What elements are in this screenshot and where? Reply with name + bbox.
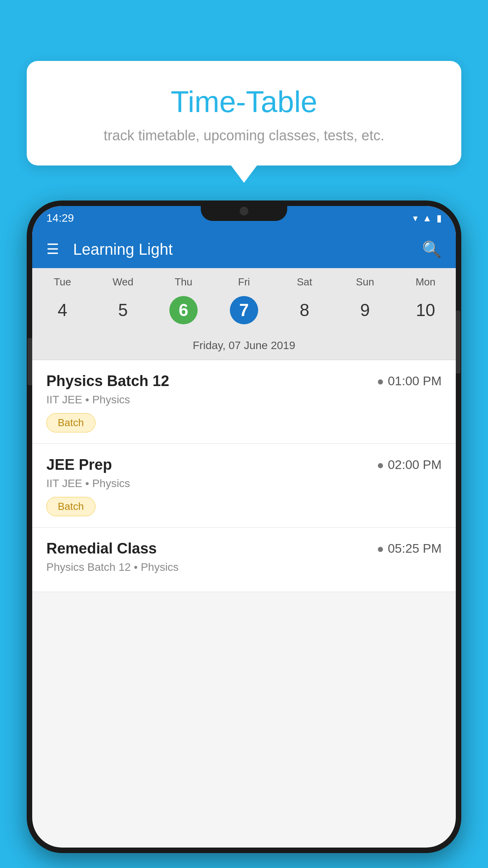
phone-screen: 14:29 ▾ ▲ ▮ ☰ Learning Light 🔍 Tue Wed T… bbox=[32, 206, 456, 848]
batch-badge-1: Batch bbox=[46, 413, 95, 432]
wifi-icon: ▾ bbox=[413, 213, 418, 224]
app-bar: ☰ Learning Light 🔍 bbox=[32, 230, 456, 268]
selected-date-label: Friday, 07 June 2019 bbox=[32, 334, 456, 360]
item-time-2: ● 02:00 PM bbox=[377, 458, 442, 472]
tooltip-card: Time-Table track timetable, upcoming cla… bbox=[27, 61, 461, 166]
item-header-2: JEE Prep ● 02:00 PM bbox=[46, 456, 442, 473]
day-header-mon: Mon bbox=[395, 268, 456, 292]
schedule-list: Physics Batch 12 ● 01:00 PM IIT JEE • Ph… bbox=[32, 360, 456, 592]
tooltip-subtitle: track timetable, upcoming classes, tests… bbox=[46, 127, 442, 144]
front-camera bbox=[240, 207, 248, 215]
item-time-3: ● 05:25 PM bbox=[377, 541, 442, 556]
day-headers: Tue Wed Thu Fri Sat Sun Mon bbox=[32, 268, 456, 292]
schedule-item-3[interactable]: Remedial Class ● 05:25 PM Physics Batch … bbox=[32, 528, 456, 592]
item-name-3: Remedial Class bbox=[46, 540, 157, 557]
batch-badge-2: Batch bbox=[46, 497, 95, 516]
clock-icon-3: ● bbox=[377, 542, 384, 555]
clock-icon-1: ● bbox=[377, 375, 384, 388]
power-button bbox=[456, 311, 460, 373]
item-detail-1: IIT JEE • Physics bbox=[46, 394, 442, 406]
day-6-today[interactable]: 6 bbox=[153, 292, 214, 334]
volume-button bbox=[28, 338, 32, 385]
hamburger-icon[interactable]: ☰ bbox=[46, 242, 59, 256]
phone-notch bbox=[201, 200, 287, 221]
battery-icon: ▮ bbox=[437, 213, 442, 224]
search-icon[interactable]: 🔍 bbox=[422, 240, 442, 259]
item-header-3: Remedial Class ● 05:25 PM bbox=[46, 540, 442, 557]
signal-icon: ▲ bbox=[422, 213, 432, 224]
status-time: 14:29 bbox=[46, 212, 74, 224]
day-9[interactable]: 9 bbox=[335, 296, 395, 329]
day-8[interactable]: 8 bbox=[274, 296, 335, 329]
day-header-thu: Thu bbox=[153, 268, 214, 292]
day-7-selected[interactable]: 7 bbox=[214, 292, 274, 334]
status-icons: ▾ ▲ ▮ bbox=[413, 213, 442, 224]
item-detail-2: IIT JEE • Physics bbox=[46, 477, 442, 490]
day-header-sat: Sat bbox=[274, 268, 335, 292]
day-numbers: 4 5 6 7 8 9 10 bbox=[32, 292, 456, 334]
item-detail-3: Physics Batch 12 • Physics bbox=[46, 561, 442, 574]
item-name-1: Physics Batch 12 bbox=[46, 373, 169, 390]
schedule-item-2[interactable]: JEE Prep ● 02:00 PM IIT JEE • Physics Ba… bbox=[32, 444, 456, 528]
phone-frame: 14:29 ▾ ▲ ▮ ☰ Learning Light 🔍 Tue Wed T… bbox=[27, 200, 461, 853]
day-4[interactable]: 4 bbox=[32, 296, 93, 329]
day-5[interactable]: 5 bbox=[93, 296, 153, 329]
clock-icon-2: ● bbox=[377, 458, 384, 472]
day-header-tue: Tue bbox=[32, 268, 93, 292]
calendar-strip: Tue Wed Thu Fri Sat Sun Mon 4 5 6 7 8 9 … bbox=[32, 268, 456, 360]
day-header-sun: Sun bbox=[335, 268, 395, 292]
schedule-item-1[interactable]: Physics Batch 12 ● 01:00 PM IIT JEE • Ph… bbox=[32, 360, 456, 444]
day-header-wed: Wed bbox=[93, 268, 153, 292]
item-header-1: Physics Batch 12 ● 01:00 PM bbox=[46, 373, 442, 390]
item-name-2: JEE Prep bbox=[46, 456, 112, 473]
app-title: Learning Light bbox=[73, 241, 408, 258]
item-time-1: ● 01:00 PM bbox=[377, 374, 442, 388]
tooltip-title: Time-Table bbox=[46, 85, 442, 119]
day-header-fri: Fri bbox=[214, 268, 274, 292]
day-10[interactable]: 10 bbox=[395, 296, 456, 329]
